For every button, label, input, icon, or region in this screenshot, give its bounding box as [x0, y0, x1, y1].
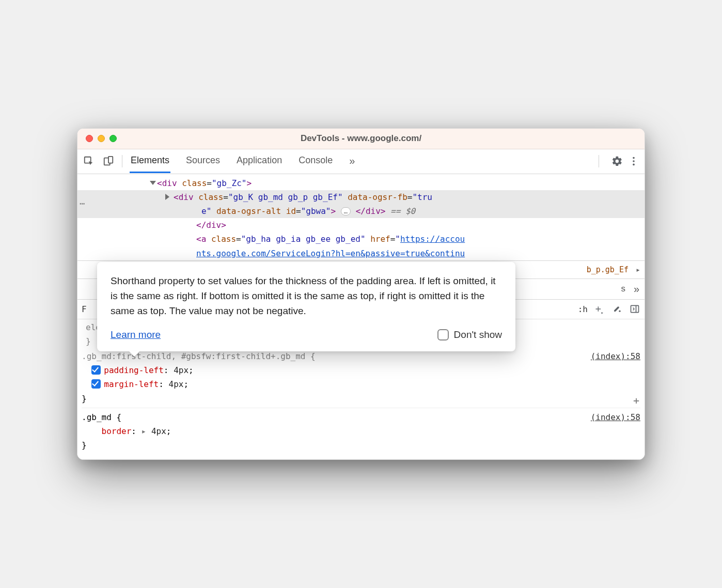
dom-node[interactable]: <a class="gb_ha gb_ia gb_ee gb_ed" href=… [77, 232, 645, 246]
css-selector[interactable]: .gb_md { [82, 410, 121, 424]
ellipsis-pill[interactable]: … [341, 207, 351, 215]
separator [122, 155, 122, 167]
tab-elements[interactable]: Elements [130, 150, 170, 173]
svg-point-5 [633, 164, 635, 166]
css-rule[interactable]: .gb_md:first-child, #gbsfw:first-child+.… [82, 349, 640, 406]
kebab-menu-icon[interactable] [628, 156, 639, 167]
css-declaration[interactable]: padding-left: 4px; [82, 363, 640, 377]
add-rule-icon[interactable]: + [633, 392, 639, 409]
dom-node[interactable]: nts.google.com/ServiceLogin?hl=en&passiv… [77, 246, 645, 260]
svg-rect-7 [631, 306, 639, 313]
dom-node-selected-cont[interactable]: e" data-ogsr-alt id="gbwa"> … </div> == … [77, 204, 645, 218]
checkbox-icon[interactable] [91, 379, 101, 389]
devtools-window: DevTools - www.google.com/ Elements Sour… [77, 128, 645, 460]
brace: } [82, 438, 640, 452]
property-tooltip: Shorthand property to set values for the… [97, 262, 515, 352]
filter-input[interactable]: F [82, 304, 87, 314]
chevron-right-icon[interactable]: ▸ [636, 265, 640, 274]
subtab-partial[interactable]: s [621, 284, 625, 294]
css-declaration[interactable]: margin-left: 4px; [82, 377, 640, 391]
toggle-sidebar-icon[interactable] [629, 303, 640, 315]
panel-tabs: Elements Sources Application Console » [130, 150, 356, 173]
svg-point-6 [619, 311, 620, 312]
svg-rect-2 [108, 157, 113, 163]
dom-node-selected[interactable]: <div class="gb_K gb_md gb_p gb_Ef" data-… [77, 190, 645, 204]
learn-more-link[interactable]: Learn more [111, 327, 161, 342]
gear-icon[interactable] [611, 156, 623, 167]
traffic-lights [86, 135, 117, 142]
checkbox-icon[interactable] [91, 365, 101, 375]
minimize-window-button[interactable] [98, 135, 105, 142]
tooltip-tail-icon [129, 351, 139, 357]
brace: }+ [82, 392, 640, 406]
dont-show-option[interactable]: Don't show [437, 327, 502, 342]
source-link[interactable]: (index):58 [591, 349, 640, 363]
titlebar: DevTools - www.google.com/ [77, 129, 645, 149]
collapsed-ellipsis-icon: ⋯ [80, 196, 86, 212]
separator [599, 155, 599, 167]
tab-sources[interactable]: Sources [185, 150, 221, 173]
obscured-selector: .gb_md:first-child, #gbsfw:first-child+.… [82, 349, 316, 363]
paint-bucket-icon[interactable] [611, 303, 623, 315]
main-toolbar: Elements Sources Application Console » [77, 149, 645, 174]
dont-show-label: Don't show [454, 327, 502, 342]
plus-icon[interactable]: ▸ [594, 303, 605, 315]
breadcrumb-item[interactable]: b_p.gb_Ef [587, 265, 629, 274]
tab-overflow[interactable]: » [348, 150, 356, 173]
zoom-window-button[interactable] [109, 135, 117, 142]
subtab-overflow[interactable]: » [634, 283, 639, 295]
window-title: DevTools - www.google.com/ [77, 133, 645, 144]
source-link[interactable]: (index):58 [591, 410, 640, 424]
close-window-button[interactable] [86, 135, 93, 142]
inspect-element-icon[interactable] [83, 155, 95, 167]
dom-tree[interactable]: ⋯ <div class="gb_Zc"> <div class="gb_K g… [77, 174, 645, 260]
svg-point-3 [633, 157, 635, 159]
svg-point-4 [633, 160, 635, 162]
dom-node[interactable]: </div> [77, 218, 645, 232]
checkbox-empty-icon[interactable] [437, 329, 449, 341]
tab-console[interactable]: Console [297, 150, 334, 173]
css-rule[interactable]: .gb_md { (index):58 border: ▸ 4px; } [82, 408, 640, 453]
css-declaration[interactable]: border: ▸ 4px; [82, 424, 640, 438]
tab-application[interactable]: Application [236, 150, 283, 173]
tooltip-text: Shorthand property to set values for the… [111, 273, 502, 319]
dom-node[interactable]: <div class="gb_Zc"> [77, 176, 645, 190]
hov-button[interactable]: :h [578, 304, 588, 314]
device-toolbar-icon[interactable] [102, 155, 115, 167]
